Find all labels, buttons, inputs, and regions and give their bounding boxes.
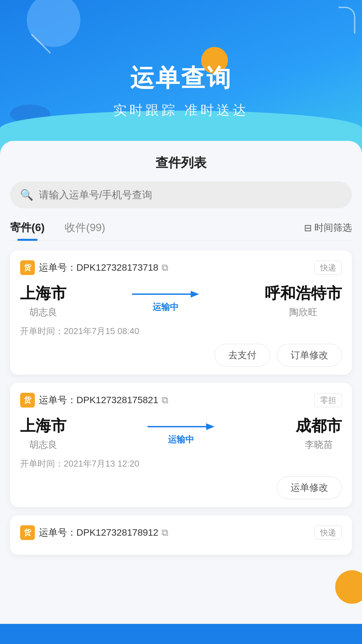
- route-arrow-1: 运输中: [147, 422, 215, 445]
- to-city-0: 呼和浩特市 陶欣旺: [265, 283, 342, 319]
- shipment-card-0: 货 运单号：DPK127328173718 ⧉ 快递 上海市 胡志良 运输中: [10, 250, 352, 375]
- search-input[interactable]: [39, 189, 342, 201]
- tag-2: 快递: [314, 526, 342, 540]
- svg-marker-3: [206, 423, 215, 430]
- order-icon-0: 货: [20, 260, 35, 275]
- to-city-1: 成都市 李晓苗: [296, 416, 342, 451]
- card-actions-0: 去支付 订单修改: [20, 344, 342, 367]
- shipment-card-1: 货 运单号：DPK127328175821 ⧉ 零担 上海市 胡志良 运输中: [10, 383, 352, 507]
- route-arrow-0: 运输中: [132, 289, 199, 313]
- from-city-0: 上海市 胡志良: [20, 283, 66, 319]
- deco-bottom-right: [335, 570, 362, 604]
- deco-line-top-right: [339, 7, 355, 34]
- card-header-2: 货 运单号：DPK127328178912 ⧉ 快递: [20, 525, 342, 540]
- filter-label: 时间筛选: [314, 221, 352, 234]
- card-header-0: 货 运单号：DPK127328173718 ⧉ 快递: [20, 260, 342, 275]
- hero-section: 运单查询 实时跟踪 准时送达: [0, 0, 362, 161]
- tag-0: 快递: [314, 261, 342, 275]
- open-time-0: 开单时间：2021年7月15 08:40: [20, 325, 342, 337]
- route-1: 上海市 胡志良 运输中 成都市 李晓苗: [20, 416, 342, 451]
- filter-icon: ⊟: [304, 222, 312, 233]
- open-time-1: 开单时间：2021年7月13 12:20: [20, 458, 342, 470]
- order-no-0: 运单号：DPK127328173718: [39, 261, 158, 274]
- hero-title: 运单查询: [130, 62, 232, 94]
- search-icon: 🔍: [20, 189, 34, 201]
- card-title: 查件列表: [10, 154, 352, 171]
- from-city-1: 上海市 胡志良: [20, 416, 66, 451]
- tab-sent[interactable]: 寄件(6): [10, 220, 45, 240]
- route-0: 上海市 胡志良 运输中 呼和浩特市 陶欣旺: [20, 283, 342, 319]
- copy-icon-2[interactable]: ⧉: [162, 527, 168, 538]
- card-header-left-1: 货 运单号：DPK127328175821 ⧉: [20, 393, 168, 408]
- deco-circle-top-left: [27, 0, 80, 47]
- shipment-card-2: 货 运单号：DPK127328178912 ⧉ 快递: [10, 515, 352, 555]
- order-no-2: 运单号：DPK127328178912: [39, 526, 158, 539]
- tag-1: 零担: [314, 393, 342, 407]
- filter-button[interactable]: ⊟ 时间筛选: [304, 221, 352, 239]
- pay-button-0[interactable]: 去支付: [215, 344, 270, 367]
- main-card: 查件列表 🔍 寄件(6) 收件(99) ⊟ 时间筛选 货 运单号：DPK1273…: [0, 141, 362, 624]
- tabs-container: 寄件(6) 收件(99) ⊟ 时间筛选: [10, 220, 352, 241]
- hero-subtitle: 实时跟踪 准时送达: [113, 101, 248, 119]
- modify-order-button-0[interactable]: 订单修改: [277, 344, 342, 367]
- svg-marker-1: [191, 291, 199, 298]
- card-header-left-2: 货 运单号：DPK127328178912 ⧉: [20, 525, 168, 540]
- order-icon-2: 货: [20, 525, 35, 540]
- card-header-1: 货 运单号：DPK127328175821 ⧉ 零担: [20, 393, 342, 408]
- copy-icon-0[interactable]: ⧉: [162, 262, 168, 273]
- copy-icon-1[interactable]: ⧉: [162, 395, 168, 406]
- order-icon-1: 货: [20, 393, 35, 408]
- card-actions-1: 运单修改: [20, 476, 342, 499]
- tab-received[interactable]: 收件(99): [65, 220, 105, 240]
- modify-waybill-button-1[interactable]: 运单修改: [277, 476, 342, 499]
- card-header-left-0: 货 运单号：DPK127328173718 ⧉: [20, 260, 168, 275]
- search-bar[interactable]: 🔍: [10, 181, 352, 208]
- order-no-1: 运单号：DPK127328175821: [39, 394, 158, 407]
